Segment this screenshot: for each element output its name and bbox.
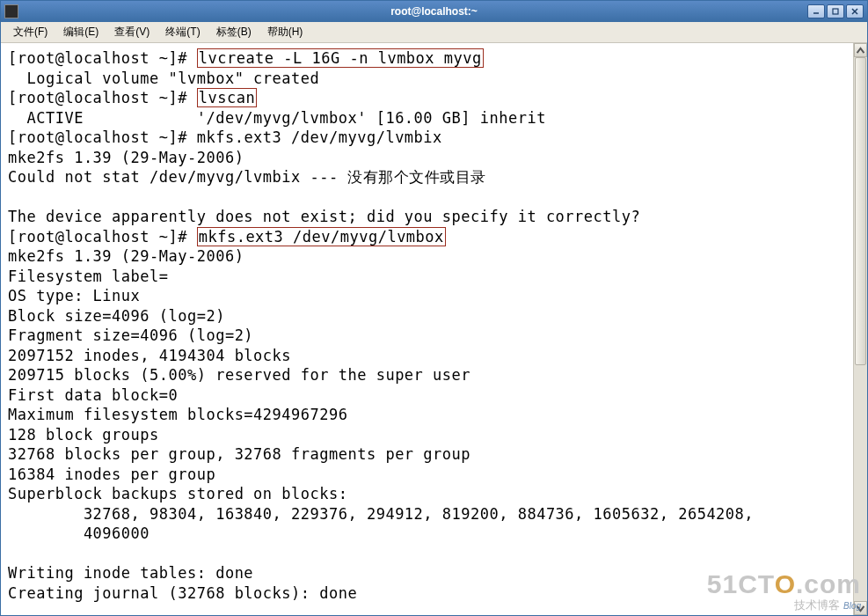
chevron-up-icon: [855, 45, 866, 56]
terminal-output[interactable]: [root@localhost ~]# lvcreate -L 16G -n l…: [1, 43, 853, 615]
out-sbheader: Superblock backups stored on blocks:: [8, 485, 347, 502]
out-sb2: 4096000: [8, 524, 150, 542]
prompt: [root@localhost ~]#: [8, 228, 197, 246]
out-firstdb: First data block=0: [8, 386, 178, 404]
scroll-down-button[interactable]: [854, 601, 867, 615]
minimize-button[interactable]: [807, 4, 825, 18]
cmd-mkfs-bad: mkfs.ext3 /dev/myvg/lvmbix: [197, 128, 442, 146]
out-blksize: Block size=4096 (log=2): [8, 307, 225, 325]
out-inodesper: 16384 inodes per group: [8, 466, 215, 483]
out-mke2fs: mke2fs 1.39 (29-May-2006): [8, 149, 244, 166]
terminal-window: root@localhost:~ 文件(F) 编辑(E) 查看(V) 终端(T)…: [0, 0, 868, 616]
terminal-icon: [4, 4, 18, 18]
out-pergroup: 32768 blocks per group, 32768 fragments …: [8, 445, 470, 463]
menu-help[interactable]: 帮助(H): [260, 23, 310, 41]
out-writing: Writing inode tables: done: [8, 564, 253, 582]
out-fragsize: Fragment size=4096 (log=2): [8, 326, 253, 344]
out-nostat: Could not stat /dev/myvg/lvmbix --- 没有那个…: [8, 168, 486, 186]
out-maxfs: Maximum filesystem blocks=4294967296: [8, 406, 347, 423]
out-active: ACTIVE '/dev/myvg/lvmbox' [16.00 GB] inh…: [8, 109, 546, 127]
prompt: [root@localhost ~]#: [8, 128, 197, 146]
cmd-mkfs-good: mkfs.ext3 /dev/myvg/lvmbox: [197, 227, 446, 246]
cmd-lvcreate: lvcreate -L 16G -n lvmbox myvg: [197, 48, 484, 68]
scroll-track[interactable]: [854, 57, 867, 601]
menu-file[interactable]: 文件(F): [6, 23, 55, 41]
close-icon: [850, 7, 859, 16]
menu-terminal[interactable]: 终端(T): [158, 23, 207, 41]
menu-view[interactable]: 查看(V): [107, 23, 157, 41]
out-noexist: The device apparently does not exist; di…: [8, 208, 640, 225]
out-journal: Creating journal (32768 blocks): done: [8, 584, 357, 602]
terminal-body: [root@localhost ~]# lvcreate -L 16G -n l…: [1, 43, 867, 615]
prompt: [root@localhost ~]#: [8, 49, 197, 67]
out-reserved: 209715 blocks (5.00%) reserved for the s…: [8, 366, 470, 384]
svg-rect-1: [833, 9, 838, 14]
titlebar[interactable]: root@localhost:~: [1, 1, 867, 22]
prompt: [root@localhost ~]#: [8, 89, 197, 106]
out-inodes: 2097152 inodes, 4194304 blocks: [8, 347, 291, 364]
menu-edit[interactable]: 编辑(E): [56, 23, 106, 41]
out-sb1: 32768, 98304, 163840, 229376, 294912, 81…: [8, 505, 754, 523]
menu-tabs[interactable]: 标签(B): [209, 23, 259, 41]
close-button[interactable]: [846, 4, 864, 18]
out-ostype: OS type: Linux: [8, 287, 140, 304]
window-title: root@localhost:~: [1, 5, 867, 18]
chevron-down-icon: [855, 603, 866, 614]
scroll-thumb[interactable]: [855, 57, 866, 365]
scrollbar[interactable]: [853, 43, 867, 615]
out-lvcreated: Logical volume "lvmbox" created: [8, 70, 319, 87]
out-bgroups: 128 block groups: [8, 426, 159, 444]
maximize-button[interactable]: [827, 4, 844, 18]
out-fslabel: Filesystem label=: [8, 268, 169, 285]
menubar: 文件(F) 编辑(E) 查看(V) 终端(T) 标签(B) 帮助(H): [1, 22, 867, 43]
window-buttons: [807, 4, 864, 18]
minimize-icon: [812, 7, 821, 16]
scroll-up-button[interactable]: [854, 43, 867, 57]
out-mke2fs2: mke2fs 1.39 (29-May-2006): [8, 247, 244, 265]
cmd-lvscan: lvscan: [197, 88, 257, 107]
maximize-icon: [831, 7, 840, 16]
